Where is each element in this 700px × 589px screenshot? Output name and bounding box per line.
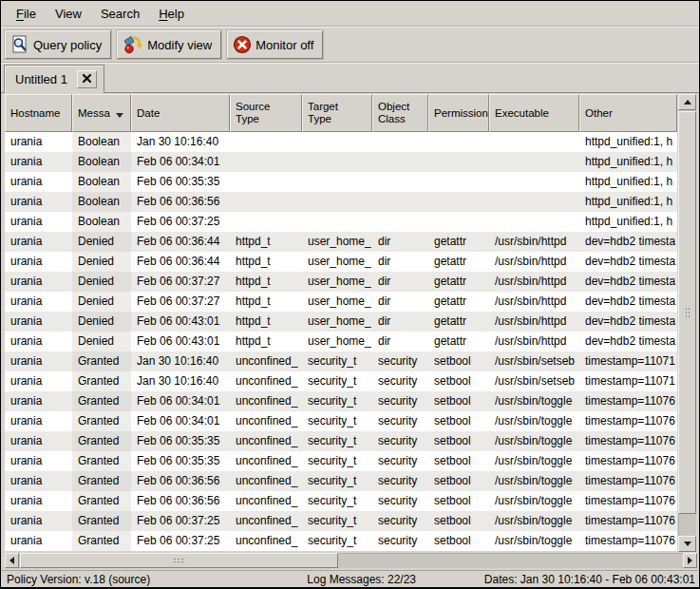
cell-object-class: dir <box>372 292 428 312</box>
tab-label: Untitled 1 <box>15 72 67 86</box>
table-row[interactable]: uraniaGrantedFeb 06 00:37:25unconfined_s… <box>5 511 677 531</box>
table-row[interactable]: uraniaBooleanFeb 06 00:35:35httpd_unifie… <box>5 172 677 192</box>
horizontal-scroll-thumb[interactable] <box>20 553 338 568</box>
seaudit-window: FileViewSearchHelp Query policy <box>0 0 700 589</box>
table-row[interactable]: uraniaDeniedFeb 06 00:37:27httpd_tuser_h… <box>5 272 677 292</box>
cell-target-type: security_t <box>302 491 372 511</box>
cell-other: dev=hdb2 timesta <box>579 252 677 272</box>
vertical-scroll-thumb[interactable] <box>678 111 696 514</box>
horizontal-scrollbar[interactable] <box>5 553 697 568</box>
cell-source-type <box>230 192 302 212</box>
cell-source-type <box>230 132 302 152</box>
modify-view-button[interactable]: Modify view <box>117 30 221 59</box>
cell-messa: Boolean <box>72 132 131 152</box>
column-label: Executable <box>495 107 549 120</box>
menu-file[interactable]: File <box>7 3 46 25</box>
cell-messa: Boolean <box>72 212 131 232</box>
menu-help[interactable]: Help <box>149 3 194 25</box>
cell-target-type: security_t <box>302 531 372 551</box>
table-row[interactable]: uraniaBooleanFeb 06 00:34:01httpd_unifie… <box>5 152 677 172</box>
monitor-off-button[interactable]: Monitor off <box>227 30 323 59</box>
vertical-scrollbar[interactable] <box>678 94 696 552</box>
table-row[interactable]: uraniaGrantedFeb 06 00:35:35unconfined_s… <box>5 451 677 471</box>
table-row[interactable]: uraniaGrantedFeb 06 00:36:56unconfined_s… <box>5 471 677 491</box>
cell-executable: /usr/sbin/httpd <box>489 312 579 332</box>
column-header-target-type[interactable]: Target Type <box>302 94 372 132</box>
cell-date: Feb 06 00:36:56 <box>131 491 230 511</box>
column-header-hostname[interactable]: Hostname <box>5 94 72 132</box>
cell-source-type <box>230 172 302 192</box>
table-row[interactable]: uraniaDeniedFeb 06 00:36:44httpd_tuser_h… <box>5 232 677 252</box>
table-row[interactable]: uraniaBooleanFeb 06 00:37:25httpd_unifie… <box>5 212 677 232</box>
scroll-left-button[interactable] <box>5 553 19 568</box>
column-header-object-class[interactable]: Object Class <box>372 94 428 132</box>
cell-source-type: httpd_t <box>230 252 302 272</box>
cell-target-type: user_home_ <box>302 312 372 332</box>
cell-object-class: dir <box>372 332 428 352</box>
tab-untitled-1[interactable]: Untitled 1 <box>4 65 104 93</box>
cell-source-type <box>230 212 302 232</box>
cell-target-type: security_t <box>302 511 372 531</box>
table-row[interactable]: uraniaBooleanFeb 06 00:36:56httpd_unifie… <box>5 192 677 212</box>
column-header-source-type[interactable]: Source Type <box>230 94 302 132</box>
cell-hostname: urania <box>5 172 72 192</box>
cell-target-type: user_home_ <box>302 252 372 272</box>
tab-close-button[interactable] <box>77 70 97 88</box>
cell-permission: setbool <box>428 391 489 411</box>
table-row[interactable]: uraniaGrantedJan 30 10:16:40unconfined_s… <box>5 352 677 371</box>
column-header-permission[interactable]: Permission <box>428 94 489 132</box>
table-row[interactable]: uraniaGrantedFeb 06 00:36:56unconfined_s… <box>5 491 677 511</box>
document-search-icon <box>9 34 30 55</box>
table-row[interactable]: uraniaGrantedFeb 06 00:35:35unconfined_s… <box>5 431 677 451</box>
vertical-scroll-track[interactable] <box>678 110 696 536</box>
table-row[interactable]: uraniaGrantedFeb 06 00:34:01unconfined_s… <box>5 391 677 411</box>
cell-hostname: urania <box>5 312 72 332</box>
column-label: Date <box>137 107 160 120</box>
scroll-down-button[interactable] <box>678 536 696 552</box>
scroll-right-button[interactable] <box>683 553 697 568</box>
table-row[interactable]: uraniaBooleanJan 30 10:16:40httpd_unifie… <box>5 132 677 152</box>
cell-object-class: security <box>372 531 428 551</box>
table-row[interactable]: uraniaGrantedFeb 06 00:37:25unconfined_s… <box>5 531 677 551</box>
menu-search[interactable]: Search <box>91 3 149 25</box>
column-header-executable[interactable]: Executable <box>489 94 579 132</box>
cell-other: dev=hdb2 timesta <box>579 272 677 292</box>
cell-source-type: unconfined_ <box>230 511 302 531</box>
cell-other: dev=hdb2 timesta <box>579 312 677 332</box>
scroll-up-button[interactable] <box>678 94 696 110</box>
table-row[interactable]: uraniaDeniedFeb 06 00:43:01httpd_tuser_h… <box>5 312 677 332</box>
menu-view[interactable]: View <box>46 3 91 25</box>
cell-source-type: unconfined_ <box>230 451 302 471</box>
cell-permission: getattr <box>428 252 489 272</box>
table-row[interactable]: uraniaDeniedFeb 06 00:43:01httpd_tuser_h… <box>5 332 677 352</box>
cell-executable: /usr/sbin/httpd <box>489 292 579 312</box>
cell-executable <box>489 152 579 172</box>
table-row[interactable]: uraniaDeniedFeb 06 00:36:44httpd_tuser_h… <box>5 252 677 272</box>
cell-messa: Granted <box>72 371 131 391</box>
cell-permission <box>428 192 489 212</box>
column-header-date[interactable]: Date <box>131 94 230 132</box>
cell-source-type: unconfined_ <box>230 491 302 511</box>
arrow-up-icon <box>684 100 691 104</box>
horizontal-scroll-track[interactable] <box>19 553 683 568</box>
cell-executable: /usr/sbin/httpd <box>489 232 579 252</box>
cell-target-type <box>302 152 372 172</box>
query-policy-button[interactable]: Query policy <box>5 30 111 59</box>
cell-hostname: urania <box>5 252 72 272</box>
cell-object-class <box>372 212 428 232</box>
cell-executable: /usr/sbin/httpd <box>489 272 579 292</box>
table-row[interactable]: uraniaDeniedFeb 06 00:37:27httpd_tuser_h… <box>5 292 677 312</box>
table-row[interactable]: uraniaGrantedFeb 06 00:34:01unconfined_s… <box>5 411 677 431</box>
cell-messa: Denied <box>72 332 131 352</box>
cell-target-type: security_t <box>302 371 372 391</box>
cell-date: Feb 06 00:37:25 <box>131 511 230 531</box>
cell-date: Feb 06 00:36:56 <box>131 471 230 491</box>
cell-permission: getattr <box>428 292 489 312</box>
table-row[interactable]: uraniaGrantedJan 30 10:16:40unconfined_s… <box>5 371 677 391</box>
cell-messa: Granted <box>72 451 131 471</box>
column-header-messa[interactable]: Messa <box>72 94 131 132</box>
column-header-other[interactable]: Other <box>579 94 677 132</box>
cell-object-class: dir <box>372 272 428 292</box>
cell-other: timestamp=11076 <box>579 511 677 531</box>
cell-messa: Boolean <box>72 192 131 212</box>
